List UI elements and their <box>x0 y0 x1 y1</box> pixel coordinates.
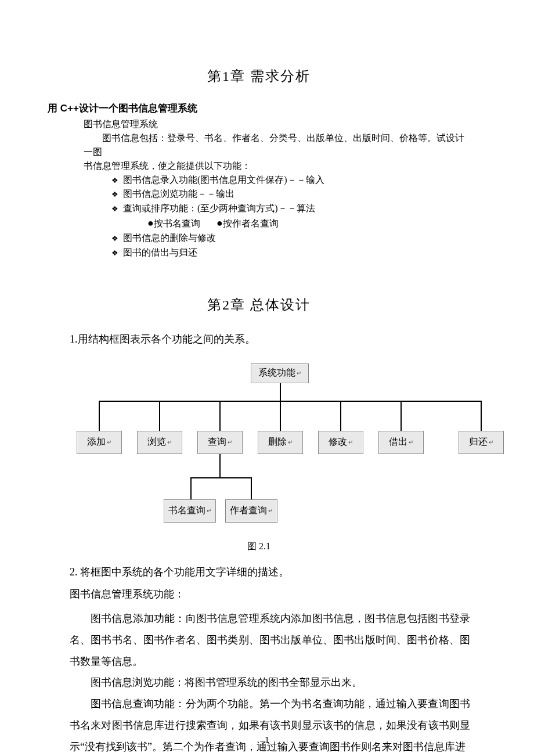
diamond-icon: ❖ <box>111 174 118 187</box>
point1: 1.用结构框图表示各个功能之间的关系。 <box>48 330 470 348</box>
return-mark-icon: ↵ <box>348 439 353 445</box>
diamond-icon: ❖ <box>111 246 118 260</box>
diamond-icon: ❖ <box>111 188 118 201</box>
connector <box>219 401 221 431</box>
node-label: 书名查询 <box>168 505 205 517</box>
list-item-text: 查询或排序功能：(至少两种查询方式)－－算法 <box>123 201 315 215</box>
paragraph: 图书信息浏览功能：将图书管理系统的图书全部显示出来。 <box>48 672 470 693</box>
list-item: ❖ 查询或排序功能：(至少两种查询方式)－－算法 <box>111 201 470 215</box>
tree-node: 浏览↵ <box>137 431 182 454</box>
connector <box>190 477 192 499</box>
list-item-text: 图书的借出与归还 <box>123 246 197 260</box>
connector <box>280 383 281 401</box>
tree-node: 作者查询↵ <box>225 499 277 523</box>
bullet-list: ❖ 图书信息录入功能(图书信息用文件保存)－－输入 ❖ 图书信息浏览功能－－输出… <box>48 173 470 215</box>
node-label: 删除 <box>268 436 287 448</box>
list-item: ❖ 图书信息的删除与修改 <box>111 231 470 245</box>
node-label: 添加 <box>87 436 106 448</box>
list-item: ❖ 图书的借出与归还 <box>111 246 470 260</box>
tree-node: 添加↵ <box>77 431 122 454</box>
tree-node: 借出↵ <box>378 431 424 454</box>
node-label: 修改 <box>329 436 347 448</box>
return-mark-icon: ↵ <box>268 507 273 514</box>
connector <box>400 401 402 431</box>
list-item-text: 图书信息浏览功能－－输出 <box>123 187 234 201</box>
connector <box>481 401 482 431</box>
tree-node: 书名查询↵ <box>164 499 216 523</box>
text-line: 图书信息包括：登录号、书名、作者名、分类号、出版单位、出版时间、价格等。试设计一… <box>48 131 470 159</box>
return-mark-icon: ↵ <box>288 439 293 445</box>
bullet-list: ❖ 图书信息的删除与修改 ❖ 图书的借出与归还 <box>48 231 470 260</box>
connector <box>99 401 100 431</box>
node-label: 借出 <box>389 436 407 448</box>
return-mark-icon: ↵ <box>167 439 172 445</box>
connector <box>219 454 221 477</box>
tree-node: 删除↵ <box>258 431 303 454</box>
connector <box>99 401 482 402</box>
connector <box>251 477 252 499</box>
diamond-icon: ❖ <box>111 232 118 245</box>
connector <box>159 401 160 431</box>
return-mark-icon: ↵ <box>409 439 413 445</box>
connector <box>280 401 281 431</box>
list-item-text: 图书信息的删除与修改 <box>123 231 216 245</box>
connector <box>190 477 252 478</box>
dot-icon: ● <box>217 217 223 229</box>
diagram-wrap: 系统功能↵ 添加↵ 浏览↵ 查询↵ 删除↵ 修改↵ 借出↵ 归还↵ <box>71 363 470 535</box>
sub-bullet-b: 按作者名查询 <box>223 218 279 228</box>
page-number: 1 <box>0 735 534 746</box>
text-line: 图书信息管理系统功能： <box>48 585 470 603</box>
text-line: 书信息管理系统，使之能提供以下功能： <box>48 159 470 173</box>
node-label: 查询 <box>208 436 226 448</box>
return-mark-icon: ↵ <box>297 370 301 376</box>
return-mark-icon: ↵ <box>489 439 493 445</box>
paragraph: 图书信息添加功能：向图书信息管理系统内添加图书信息，图书信息包括图书登录名、图书… <box>48 608 470 672</box>
diamond-icon: ❖ <box>111 202 118 215</box>
tree-diagram: 系统功能↵ 添加↵ 浏览↵ 查询↵ 删除↵ 修改↵ 借出↵ 归还↵ <box>71 363 500 535</box>
node-label: 归还 <box>469 436 488 448</box>
connector <box>340 401 341 431</box>
node-label: 浏览 <box>147 436 166 448</box>
text-line: 图书信息管理系统 <box>48 117 470 131</box>
tree-node-root: 系统功能↵ <box>251 363 309 383</box>
return-mark-icon: ↵ <box>228 439 232 445</box>
paragraph: 图书信息查询功能：分为两个功能。第一个为书名查询功能，通过输入要查询图书书名来对… <box>48 693 470 756</box>
return-mark-icon: ↵ <box>107 439 111 445</box>
tree-node-query: 查询↵ <box>197 431 243 454</box>
dot-icon: ● <box>147 217 154 229</box>
tree-node: 修改↵ <box>318 431 363 454</box>
chapter2-title: 第2章 总体设计 <box>48 296 470 314</box>
node-label: 作者查询 <box>230 505 267 517</box>
list-item: ❖ 图书信息浏览功能－－输出 <box>111 187 470 201</box>
chapter1-heading: 用 C++设计一个图书信息管理系统 <box>48 102 470 115</box>
point2: 2. 将框图中系统的各个功能用文字详细的描述。 <box>48 563 470 581</box>
node-label: 系统功能 <box>258 367 295 379</box>
sub-bullet-row: ●按书名查询 ●按作者名查询 <box>48 215 470 231</box>
sub-bullet-a: 按书名查询 <box>154 218 200 228</box>
tree-node: 归还↵ <box>459 431 504 454</box>
chapter1-title: 第1章 需求分析 <box>48 67 470 85</box>
list-item: ❖ 图书信息录入功能(图书信息用文件保存)－－输入 <box>111 173 470 187</box>
return-mark-icon: ↵ <box>207 507 211 514</box>
figure-caption: 图 2.1 <box>48 541 470 553</box>
list-item-text: 图书信息录入功能(图书信息用文件保存)－－输入 <box>123 173 324 187</box>
